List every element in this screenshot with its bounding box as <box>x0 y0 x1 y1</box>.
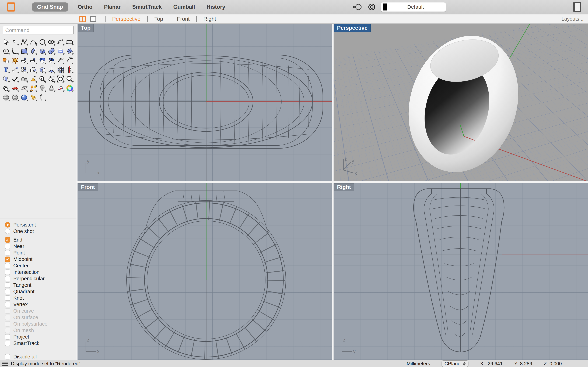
osnap-tangent[interactable]: Tangent <box>0 282 77 288</box>
radio-selected[interactable] <box>5 222 10 227</box>
checkbox[interactable] <box>5 283 10 288</box>
arc-icon[interactable] <box>56 37 65 47</box>
explode-icon[interactable] <box>10 56 20 65</box>
osnap-perpendicular[interactable]: Perpendicular <box>0 275 77 282</box>
menu-item-planar[interactable]: Planar <box>104 4 121 10</box>
move-icon[interactable] <box>10 65 20 74</box>
undo-view-icon[interactable] <box>1 83 10 93</box>
osnap-quadrant[interactable]: Quadrant <box>0 288 77 295</box>
osnap-center[interactable]: Center <box>0 262 77 269</box>
named-views-icon[interactable] <box>10 83 20 93</box>
pyramid-drag-icon[interactable] <box>29 74 38 83</box>
lights-icon[interactable] <box>38 83 47 93</box>
circle-icon[interactable] <box>38 37 47 47</box>
patch-surface-icon[interactable] <box>65 47 74 56</box>
copy-icon[interactable] <box>20 65 29 74</box>
osnap-one-shot[interactable]: One shot <box>0 228 77 234</box>
cplane-dropdown[interactable]: CPlane <box>441 360 468 367</box>
extrude-icon[interactable] <box>47 65 56 74</box>
linear-array-icon[interactable] <box>65 65 74 74</box>
offset-surface-icon[interactable] <box>1 74 10 83</box>
boolean-difference-icon[interactable] <box>47 56 56 65</box>
osnap-intersection[interactable]: Intersection <box>0 269 77 275</box>
tab-perspective[interactable]: Perspective <box>110 16 142 22</box>
viewport-perspective[interactable]: Perspective z y x <box>334 24 588 181</box>
osnap-project[interactable]: Project <box>0 334 77 340</box>
checkbox-checked[interactable]: ✓ <box>5 237 10 242</box>
grid-snap-toggle[interactable]: Grid Snap <box>32 2 68 12</box>
checkbox[interactable] <box>5 302 10 307</box>
zoom-window-icon[interactable] <box>47 74 56 83</box>
osnap-vertex[interactable]: Vertex <box>0 301 77 308</box>
rhino-logo-icon[interactable] <box>7 2 15 12</box>
osnap-midpoint[interactable]: ✓Midpoint <box>0 256 77 262</box>
boolean-union-icon[interactable] <box>38 56 47 65</box>
checkbox[interactable] <box>5 263 10 268</box>
ghosted-display-icon[interactable] <box>10 93 20 102</box>
tab-top[interactable]: Top <box>153 16 165 22</box>
radio[interactable] <box>5 229 10 234</box>
checkbox[interactable] <box>5 250 10 256</box>
checkbox[interactable] <box>5 354 10 359</box>
viewport-label-top[interactable]: Top <box>78 24 94 32</box>
single-viewport-icon[interactable] <box>90 16 96 22</box>
cplane-grid-icon[interactable] <box>20 83 29 93</box>
zoom-dynamic-icon[interactable]: ± <box>38 74 47 83</box>
shaded-display-icon[interactable] <box>1 93 10 102</box>
checkbox[interactable] <box>5 244 10 249</box>
box-icon[interactable] <box>38 47 47 56</box>
concentric-circles-icon[interactable] <box>367 2 377 12</box>
control-point-curve-icon[interactable] <box>29 37 38 47</box>
orient-box-icon[interactable] <box>38 65 47 74</box>
direction-analysis-icon[interactable] <box>56 83 65 93</box>
trim-icon[interactable] <box>20 56 29 65</box>
viewport-label-right[interactable]: Right <box>334 183 354 191</box>
checkbox[interactable] <box>5 341 10 346</box>
single-point-icon[interactable] <box>10 37 20 47</box>
menu-item-history[interactable]: History <box>207 4 225 10</box>
checkbox[interactable] <box>5 276 10 281</box>
text-object-icon[interactable]: T <box>1 65 10 74</box>
osnap-end[interactable]: ✓End <box>0 237 77 243</box>
polygon-icon[interactable] <box>1 47 10 56</box>
spotlight-icon[interactable] <box>29 93 38 102</box>
surface-from-curves-icon[interactable] <box>20 47 29 56</box>
four-viewport-grid-icon[interactable] <box>79 16 86 22</box>
osnap-point[interactable]: Point <box>0 250 77 256</box>
polyline-icon[interactable] <box>20 37 29 47</box>
fillet-corner-icon[interactable] <box>10 47 20 56</box>
ellipse-icon[interactable] <box>47 37 56 47</box>
lock-icon[interactable] <box>47 83 56 93</box>
osnap-persistent[interactable]: Persistent <box>0 222 77 228</box>
color-wheel-icon[interactable] <box>65 83 74 93</box>
checkbox-checked[interactable]: ✓ <box>5 257 10 262</box>
rectangle-icon[interactable] <box>65 37 74 47</box>
primitive-solids-icon[interactable] <box>20 74 29 83</box>
tab-right[interactable]: Right <box>202 16 218 22</box>
circle-handle-icon[interactable] <box>353 2 363 12</box>
dimension-icon[interactable] <box>38 93 47 102</box>
rotate-icon[interactable] <box>29 65 38 74</box>
blend-curve-icon[interactable] <box>56 56 65 65</box>
viewport-label-perspective[interactable]: Perspective <box>334 24 371 32</box>
osnap-disable-all[interactable]: Disable all <box>0 354 77 360</box>
select-objects-icon[interactable] <box>29 83 38 93</box>
display-mode-dropdown[interactable]: Default <box>381 2 446 12</box>
menu-item-smarttrack[interactable]: SmartTrack <box>132 4 162 10</box>
layouts-button[interactable]: Layouts... <box>562 16 583 22</box>
split-icon[interactable] <box>29 56 38 65</box>
tab-front[interactable]: Front <box>175 16 191 22</box>
viewport-top[interactable]: Top y x <box>78 24 332 181</box>
cylinder-icon[interactable] <box>56 47 65 56</box>
plugins-puzzle-icon[interactable] <box>1 56 10 65</box>
viewport-label-front[interactable]: Front <box>78 183 98 191</box>
viewport-right[interactable]: Right z y <box>334 183 588 360</box>
rectangular-array-icon[interactable] <box>56 65 65 74</box>
status-menu-icon[interactable] <box>2 362 9 366</box>
viewport-front[interactable]: Front z x <box>78 183 332 360</box>
select-cursor-icon[interactable] <box>1 37 10 47</box>
command-input[interactable] <box>3 26 74 34</box>
check-objects-icon[interactable] <box>10 74 20 83</box>
zoom-extents-icon[interactable] <box>56 74 65 83</box>
zoom-icon[interactable] <box>65 74 74 83</box>
